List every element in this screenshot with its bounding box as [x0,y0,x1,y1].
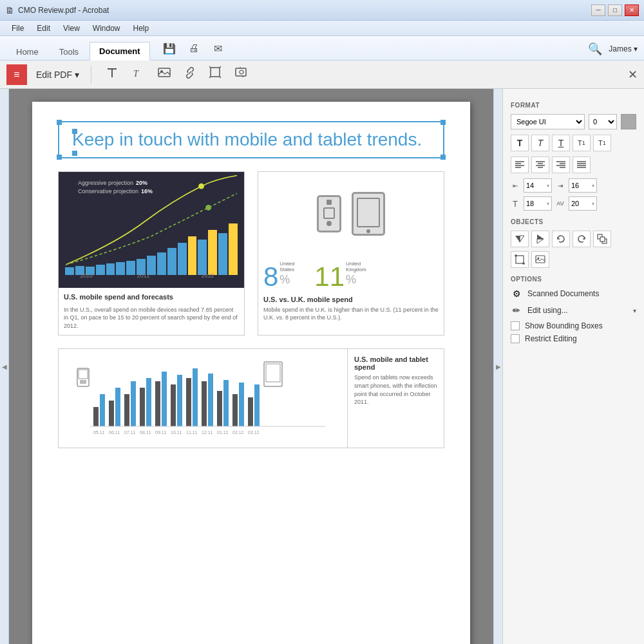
us-pct-symbol: % [279,273,290,287]
chart3-title: U.S. mobile and tablet spend [354,355,437,371]
underline-text-btn[interactable]: T [552,135,570,151]
crop-obj-btn[interactable] [511,251,529,268]
svg-rect-25 [140,388,145,426]
chart3-desc: Spend on tablets now exceeds smart phone… [354,374,437,406]
handle-tr[interactable] [440,120,446,125]
rotate-cw-btn[interactable] [573,231,591,247]
color-swatch[interactable] [621,114,636,129]
svg-text:03.12: 03.12 [248,430,260,435]
scanned-documents-option[interactable]: ⚙ Scanned Documents [511,288,636,299]
search-icon[interactable]: 🔍 [588,42,602,56]
flip-vertical-btn[interactable] [531,231,549,247]
svg-rect-7 [236,68,246,76]
superscript-text-btn[interactable]: T1 [573,135,591,151]
handle-tl[interactable] [57,120,62,125]
indent-right-icon: ⇥ [556,181,565,190]
dropdown-arrow-icon: ▾ [75,70,79,80]
menu-window[interactable]: Window [86,23,127,34]
image-icon[interactable] [155,63,174,86]
italic-text-btn[interactable]: T [531,135,549,151]
brand-symbol: ≡ [14,69,19,80]
options-section-title: OPTIONS [511,276,636,283]
left-panel-handle[interactable]: ◀ [0,89,9,644]
svg-point-12 [205,205,211,211]
svg-rect-27 [155,381,160,426]
image-replace-btn[interactable] [531,251,549,268]
minimize-button[interactable]: ─ [591,5,605,16]
menu-file[interactable]: File [5,23,30,34]
font-family-select[interactable]: Segoe UI [511,114,585,129]
svg-text:08.11: 08.11 [140,430,151,435]
edit-using-option[interactable]: ✏ Edit using... ▾ [511,305,636,316]
print-icon[interactable]: 🖨 [186,41,202,56]
arrange-btn[interactable] [593,231,611,247]
chart-us-spend: Aggressive projection 20% Conservative p… [58,171,245,336]
tab-document[interactable]: Document [90,42,150,61]
window-title: CMO Review.pdf - Acrobat [18,6,109,15]
svg-rect-24 [131,381,136,426]
charts-row: Aggressive projection 20% Conservative p… [58,171,444,336]
pdf-title-text: Keep in touch with mobile and tablet tre… [72,129,430,151]
pdf-title-box[interactable]: Keep in touch with mobile and tablet tre… [58,121,444,158]
svg-text:2012: 2012 [202,272,214,279]
svg-rect-1 [111,68,113,77]
save-icon[interactable]: 💾 [162,41,177,56]
email-icon[interactable]: ✉ [211,41,226,56]
handle-bl[interactable] [57,155,62,160]
rotate-ccw-btn[interactable] [552,231,570,247]
align-right-btn[interactable] [552,156,570,173]
settings-icon[interactable] [232,63,251,86]
indent-value[interactable]: 14 ▾ [524,178,552,193]
svg-rect-80 [516,256,524,263]
show-bounding-boxes-checkbox[interactable] [511,321,520,330]
svg-rect-42 [266,364,280,382]
align-center-btn[interactable] [531,156,549,173]
char-spacing-value[interactable]: 20 ▾ [569,196,597,211]
align-left-btn[interactable] [511,156,529,173]
close-button[interactable]: ✕ [625,5,639,16]
crop-icon[interactable] [206,63,225,86]
tab-tools[interactable]: Tools [50,43,88,61]
uk-spend-group: 11 United Kingdom % [314,261,370,290]
maximize-button[interactable]: □ [608,5,622,16]
restrict-editing-checkbox[interactable] [511,334,520,343]
menu-view[interactable]: View [57,23,86,34]
bottom-chart-left: 05.11 06.11 07.11 08.11 09.11 10.11 11.1… [59,349,347,448]
link-icon[interactable] [180,63,200,86]
bold-text-btn[interactable]: T [511,135,529,151]
line-height-value[interactable]: 18 ▾ [524,196,552,211]
edit-using-arrow: ▾ [633,307,636,314]
svg-text:05.11: 05.11 [93,430,105,435]
chart-us-uk: 8 United States % 11 United Kingdom % [258,171,444,336]
device-tablet-icon [352,192,385,236]
handle-br[interactable] [440,155,446,160]
format-section-title: FORMAT [511,102,636,109]
svg-text:02.12: 02.12 [232,430,244,435]
menu-help[interactable]: Help [127,23,156,34]
indent-right-value[interactable]: 16 ▾ [569,178,597,193]
show-bounding-boxes-row[interactable]: Show Bounding Boxes [511,321,636,330]
svg-marker-76 [537,239,544,243]
menu-edit[interactable]: Edit [30,23,57,34]
restrict-editing-row[interactable]: Restrict Editing [511,334,636,343]
edit-pdf-button[interactable]: Edit PDF ▾ [36,70,79,80]
font-size-select[interactable]: 0 [589,114,617,129]
main-layout: ◀ Keep in touch with mobile and tablet t… [0,89,644,644]
toolbar-brand-icon[interactable]: ≡ [6,64,27,85]
chart1-caption: U.S. mobile spend and forecasts [59,288,244,306]
add-text-icon[interactable] [103,63,122,86]
toolbar-close-button[interactable]: ✕ [628,68,638,82]
svg-text:10.11: 10.11 [171,430,182,435]
objects-buttons-row2 [511,251,636,268]
objects-buttons-row1 [511,231,636,247]
flip-horizontal-btn[interactable] [511,231,529,247]
align-justify-btn[interactable] [573,156,591,173]
text-icon[interactable]: T [129,63,148,86]
tab-home[interactable]: Home [6,43,48,61]
text-format-buttons: T T T T1 T1 [511,135,636,151]
right-panel-handle[interactable]: ▶ [493,89,502,644]
trend-curve: 2010 2011 2012 [59,172,244,279]
user-menu[interactable]: James ▾ [609,44,638,53]
svg-rect-22 [115,388,120,426]
subscript-text-btn[interactable]: T1 [593,135,611,151]
